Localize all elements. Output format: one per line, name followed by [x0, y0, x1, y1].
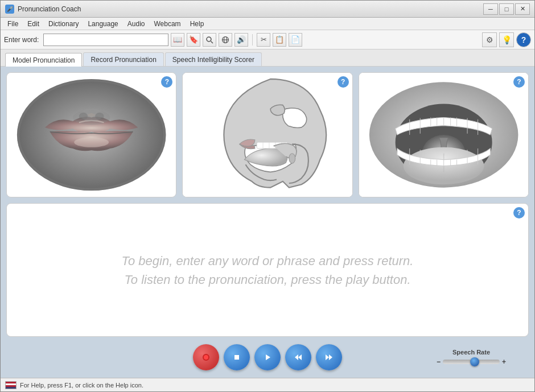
tab-record-pronunciation[interactable]: Record Pronunciation — [83, 52, 163, 66]
menu-bar: File Edit Dictionary Language Audio Webc… — [1, 18, 534, 30]
speech-rate-plus[interactable]: + — [502, 358, 506, 366]
menu-edit[interactable]: Edit — [23, 18, 44, 30]
record-button[interactable] — [193, 344, 219, 370]
instruction-panel: ? To begin, enter any word or phrase and… — [6, 203, 529, 337]
status-flag — [5, 381, 17, 389]
status-bar: For Help, press F1, or click on the Help… — [1, 378, 534, 391]
svg-marker-44 — [266, 354, 270, 360]
svg-marker-45 — [295, 354, 298, 360]
fast-forward-button[interactable] — [316, 344, 342, 370]
search-icon-btn[interactable] — [203, 33, 216, 47]
speech-rate-minus[interactable]: − — [437, 358, 441, 366]
svg-rect-43 — [234, 355, 239, 360]
app-window: 🎤 Pronunciation Coach ─ □ ✕ File Edit Di… — [0, 0, 535, 392]
menu-file[interactable]: File — [3, 18, 23, 30]
mouth-open-help-icon[interactable]: ? — [513, 76, 525, 88]
audio-icon-btn[interactable]: 🔊 — [234, 33, 248, 47]
minimize-button[interactable]: ─ — [483, 3, 498, 15]
svg-marker-48 — [329, 354, 332, 360]
image-panels: ? — [6, 72, 529, 197]
stop-button[interactable] — [224, 344, 250, 370]
speech-rate-container: Speech Rate − + — [437, 349, 506, 366]
svg-point-17 — [289, 154, 295, 163]
title-bar: 🎤 Pronunciation Coach ─ □ ✕ — [1, 1, 534, 18]
svg-point-42 — [204, 355, 208, 360]
svg-point-11 — [95, 113, 104, 120]
speech-rate-label: Speech Rate — [452, 349, 490, 356]
side-profile-panel: ? — [182, 72, 352, 197]
dictionary-icon-btn[interactable]: 📖 — [171, 33, 184, 47]
settings-button[interactable]: ⚙ — [482, 32, 497, 47]
mouth-open-panel: ? — [359, 72, 529, 197]
rewind-button[interactable] — [285, 344, 311, 370]
tab-model-pronunciation[interactable]: Model Pronunciation — [5, 53, 82, 67]
menu-webcam[interactable]: Webcam — [149, 18, 185, 30]
tabs: Model Pronunciation Record Pronunciation… — [1, 49, 534, 67]
main-content: ? — [1, 67, 534, 378]
tip-button[interactable]: 💡 — [499, 32, 514, 47]
paste-icon-btn[interactable]: 📄 — [289, 33, 302, 47]
title-controls: ─ □ ✕ — [483, 3, 530, 15]
svg-marker-46 — [298, 354, 302, 360]
enter-word-label: Enter word: — [4, 36, 39, 44]
side-profile-help-icon[interactable]: ? — [338, 76, 349, 88]
maximize-button[interactable]: □ — [499, 3, 514, 15]
cut-icon-btn[interactable]: ✂ — [257, 33, 270, 47]
svg-point-7 — [74, 137, 109, 147]
svg-marker-47 — [326, 354, 329, 360]
menu-language[interactable]: Language — [83, 18, 122, 30]
speech-rate-slider[interactable] — [443, 360, 500, 364]
lips-panel: ? — [6, 72, 176, 197]
status-text: For Help, press F1, or click on the Help… — [20, 382, 143, 389]
tab-speech-intelligibility[interactable]: Speech Intelligibility Scorer — [165, 52, 262, 66]
app-icon: 🎤 — [5, 5, 14, 14]
speech-rate-thumb[interactable] — [470, 357, 479, 366]
help-icon-button[interactable]: ? — [516, 32, 531, 47]
controls-bar: Speech Rate − + — [6, 343, 529, 372]
menu-audio[interactable]: Audio — [123, 18, 150, 30]
menu-dictionary[interactable]: Dictionary — [44, 18, 83, 30]
play-button[interactable] — [254, 344, 281, 370]
toolbar-separator-1 — [252, 34, 253, 46]
instruction-text: To begin, enter any word or phrase and p… — [122, 251, 414, 289]
bookmark-icon-btn[interactable]: 🔖 — [187, 33, 200, 47]
svg-point-0 — [207, 37, 211, 42]
svg-line-1 — [211, 41, 213, 43]
web-icon-btn[interactable] — [219, 33, 232, 47]
toolbar: Enter word: 📖 🔖 🔊 ✂ 📋 📄 ⚙ 💡 ? — [1, 30, 534, 49]
svg-point-10 — [79, 113, 88, 120]
word-input[interactable] — [43, 34, 168, 46]
menu-help[interactable]: Help — [186, 18, 209, 30]
close-button[interactable]: ✕ — [515, 3, 530, 15]
copy-icon-btn[interactable]: 📋 — [273, 33, 286, 47]
speech-rate-controls: − + — [437, 358, 506, 366]
instruction-help-icon[interactable]: ? — [513, 207, 525, 218]
title-text: Pronunciation Coach — [18, 5, 483, 13]
